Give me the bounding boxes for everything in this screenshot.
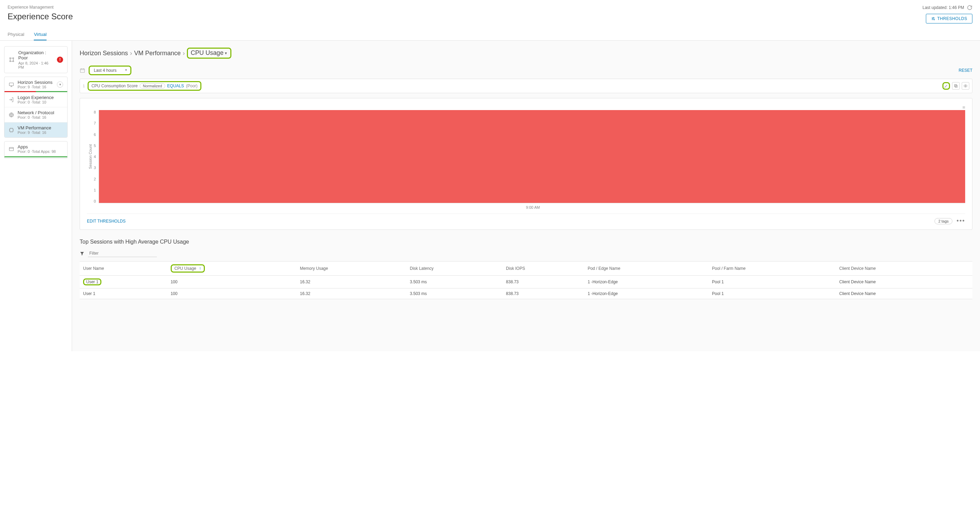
- sessions-icon: [9, 82, 14, 87]
- svg-point-5: [10, 61, 11, 62]
- copy-filter-button[interactable]: [952, 82, 960, 90]
- pod-cell: 1 -Horizon-Edge: [584, 289, 709, 299]
- sidebar-card-sessions: Horizon Sessions Poor: 9 ·Total: 16 ▾ Lo…: [4, 77, 68, 138]
- tab-virtual[interactable]: Virtual: [34, 29, 46, 40]
- chart-ylabel: Session Count: [87, 144, 94, 169]
- thresholds-button-label: THRESHOLDS: [937, 16, 967, 21]
- ytick: 0: [94, 199, 96, 203]
- ytick: 8: [94, 110, 96, 114]
- sidebar-logon-title: Logon Experience: [18, 95, 63, 100]
- user-cell[interactable]: User 1: [80, 289, 167, 299]
- chart-series-poor: [99, 110, 965, 203]
- client-cell: Client Device Name: [836, 289, 972, 299]
- hide-filter-button[interactable]: [962, 82, 969, 90]
- col-user[interactable]: User Name: [80, 262, 167, 276]
- sidebar-horizon-title: Horizon Sessions: [18, 80, 53, 85]
- edit-filter-button[interactable]: [942, 82, 950, 90]
- sidebar-network-sub: Poor: 0 ·Total: 16: [18, 115, 63, 120]
- main-content: Horizon Sessions › VM Performance › CPU …: [72, 41, 980, 351]
- client-cell: Client Device Name: [836, 276, 972, 289]
- sidebar-card-org[interactable]: Organization : Poor Apr 8, 2024 · 1:46 P…: [4, 46, 68, 73]
- chevron-down-icon[interactable]: ▾: [57, 81, 63, 88]
- svg-point-3: [10, 57, 11, 59]
- col-pool[interactable]: Pool / Farm Name: [709, 262, 836, 276]
- refresh-icon[interactable]: [967, 5, 972, 10]
- sidebar-item-logon[interactable]: Logon Experience Poor: 0 ·Total: 10: [5, 92, 67, 107]
- table-row[interactable]: User 1 100 16.32 3.503 ms 838.73 1 -Hori…: [80, 289, 972, 299]
- sidebar-apps-title: Apps: [18, 144, 63, 149]
- sidebar-logon-sub: Poor: 0 ·Total: 10: [18, 100, 63, 104]
- sidebar-org-title: Organization : Poor: [18, 50, 53, 61]
- org-icon: [9, 57, 15, 63]
- top-tabs: Physical Virtual: [0, 29, 980, 41]
- pod-cell: 1 -Horizon-Edge: [584, 276, 709, 289]
- ytick: 1: [94, 188, 96, 192]
- ytick: 6: [94, 132, 96, 137]
- breadcrumb: Horizon Sessions › VM Performance › CPU …: [80, 48, 972, 59]
- edit-thresholds-link[interactable]: EDIT THRESHOLDS: [87, 219, 126, 223]
- col-disk-latency[interactable]: Disk Latency: [406, 262, 503, 276]
- sidebar-horizon-sub: Poor: 9 ·Total: 16: [18, 85, 53, 89]
- funnel-icon[interactable]: [80, 251, 84, 256]
- ytick: 7: [94, 121, 96, 125]
- chart-card: ≡ Session Count 8 7 6 5 4 3 2 1 0: [80, 98, 972, 230]
- sidebar-vmperf-title: VM Performance: [18, 125, 63, 131]
- sessions-table: User Name CPU Usage ↑ Memory Usage Disk …: [80, 261, 972, 299]
- crumb-horizon[interactable]: Horizon Sessions: [80, 49, 128, 57]
- disk-lat-cell: 3.503 ms: [406, 276, 503, 289]
- sidebar-vmperf-sub: Poor: 9 ·Total: 16: [18, 131, 63, 134]
- filter-bar: 1 CPU Consumption Score Normalized EQUAL…: [80, 79, 972, 93]
- chart-plot: [99, 110, 965, 203]
- pool-cell: Pool 1: [709, 276, 836, 289]
- svg-point-1: [932, 18, 933, 19]
- ytick: 4: [94, 155, 96, 159]
- filter-pill[interactable]: CPU Consumption Score Normalized EQUALS …: [88, 81, 201, 91]
- sidebar-card-apps[interactable]: Apps Poor: 0 ·Total Apps: 98: [4, 141, 68, 159]
- col-pod[interactable]: Pod / Edge Name: [584, 262, 709, 276]
- svg-point-14: [965, 86, 966, 86]
- sidebar-apps-sub: Poor: 0 ·Total Apps: 98: [18, 149, 63, 153]
- chart-menu-icon[interactable]: ≡: [87, 105, 965, 110]
- user-cell[interactable]: User 1: [83, 278, 101, 285]
- svg-rect-11: [80, 69, 84, 72]
- disk-iops-cell: 838.73: [503, 289, 584, 299]
- thresholds-button[interactable]: THRESHOLDS: [926, 14, 972, 24]
- col-mem[interactable]: Memory Usage: [297, 262, 407, 276]
- mem-cell: 16.32: [297, 289, 407, 299]
- chart-yaxis: 8 7 6 5 4 3 2 1 0: [94, 110, 99, 203]
- page-title: Experience Score: [8, 12, 73, 21]
- sidebar-item-network[interactable]: Network / Protocol Poor: 0 ·Total: 16: [5, 107, 67, 123]
- reset-link[interactable]: RESET: [959, 68, 972, 73]
- tab-physical[interactable]: Physical: [8, 29, 24, 40]
- col-disk-iops[interactable]: Disk IOPS: [503, 262, 584, 276]
- col-cpu-label: CPU Usage: [175, 266, 196, 271]
- copy-icon: [954, 84, 958, 88]
- svg-point-6: [13, 61, 14, 62]
- svg-rect-9: [10, 128, 13, 131]
- svg-rect-7: [9, 83, 13, 86]
- eye-icon: [963, 84, 967, 88]
- xtick: 9:00 AM: [526, 205, 540, 209]
- more-menu-icon[interactable]: •••: [956, 217, 965, 225]
- svg-rect-13: [955, 85, 956, 86]
- svg-rect-12: [955, 85, 957, 87]
- app-breadcrumb: Experience Management: [8, 5, 73, 10]
- tags-pill[interactable]: 2 tags: [934, 218, 952, 224]
- col-cpu[interactable]: CPU Usage ↑: [167, 262, 297, 276]
- sessions-filter-input[interactable]: [88, 250, 157, 257]
- sidebar-item-vmperf[interactable]: VM Performance Poor: 9 ·Total: 16: [5, 123, 67, 137]
- crumb-cpu-usage-label: CPU Usage: [191, 49, 223, 57]
- sidebar-item-horizon[interactable]: Horizon Sessions Poor: 9 ·Total: 16 ▾: [5, 77, 67, 92]
- table-row[interactable]: User 1 100 16.32 3.503 ms 838.73 1 -Hori…: [80, 276, 972, 289]
- crumb-vmperf[interactable]: VM Performance: [134, 49, 181, 57]
- col-client[interactable]: Client Device Name: [836, 262, 972, 276]
- cpu-cell: 100: [167, 276, 297, 289]
- filter-value: (Poor): [186, 83, 197, 88]
- time-range-select[interactable]: Last 4 hours: [89, 65, 131, 75]
- svg-point-0: [933, 17, 934, 18]
- chart-xaxis: 9:00 AM: [87, 205, 965, 209]
- svg-rect-10: [9, 147, 13, 150]
- filter-icon: [80, 251, 84, 256]
- ytick: 3: [94, 166, 96, 170]
- crumb-cpu-usage-dropdown[interactable]: CPU Usage ▾: [187, 48, 231, 59]
